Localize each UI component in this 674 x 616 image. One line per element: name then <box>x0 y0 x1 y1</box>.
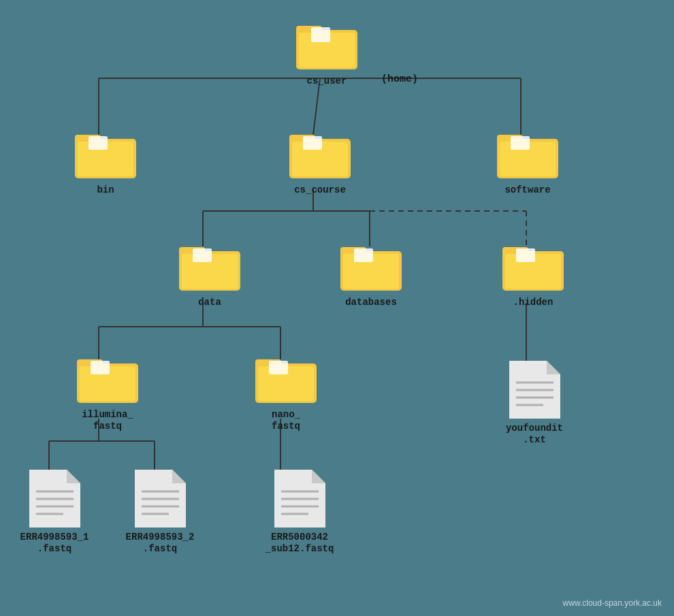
folder-icon-databases <box>340 242 402 293</box>
folder-icon-cs-user <box>296 20 357 71</box>
svg-marker-70 <box>547 361 560 374</box>
svg-rect-58 <box>516 248 535 262</box>
label-cs-course: cs_course <box>294 184 346 196</box>
label-err2: ERR4998593_2 .fastq <box>126 532 195 555</box>
node-nano-fastq: nano_ fastq <box>248 354 323 432</box>
node-cs-user: cs_user <box>289 20 364 87</box>
file-icon-youfoundit <box>509 361 560 419</box>
label-software: software <box>504 184 550 196</box>
folder-icon-bin <box>75 129 136 180</box>
file-icon-err1 <box>29 470 80 528</box>
node-cs-course: cs_course <box>283 129 357 196</box>
label-illumina-fastq: illumina_ fastq <box>82 409 133 432</box>
node-hidden: .hidden <box>496 242 571 308</box>
file-icon-err3 <box>274 470 325 528</box>
label-hidden: .hidden <box>513 297 553 308</box>
file-icon-err2 <box>135 470 186 528</box>
svg-rect-48 <box>193 248 212 262</box>
label-cs-user: cs_user <box>307 76 347 87</box>
folder-icon-illumina <box>77 354 138 405</box>
label-err3: ERR5000342 _sub12.fastq <box>266 532 334 555</box>
svg-rect-63 <box>91 361 110 374</box>
node-databases: databases <box>334 242 408 308</box>
svg-rect-33 <box>89 136 108 150</box>
label-databases: databases <box>345 297 397 308</box>
svg-rect-68 <box>269 361 288 374</box>
node-data: data <box>172 242 247 308</box>
folder-icon-software <box>497 129 558 180</box>
node-err3: ERR5000342 _sub12.fastq <box>255 470 344 555</box>
svg-marker-82 <box>172 470 186 483</box>
label-data: data <box>198 297 221 308</box>
label-err1: ERR4998593_1 .fastq <box>20 532 89 555</box>
folder-icon-nano <box>255 354 317 405</box>
node-illumina-fastq: illumina_ fastq <box>67 354 148 432</box>
node-software: software <box>490 129 565 196</box>
svg-marker-88 <box>312 470 325 483</box>
home-label: (home) <box>381 74 418 85</box>
node-err2: ERR4998593_2 .fastq <box>119 470 201 555</box>
folder-icon-cs-course <box>289 129 351 180</box>
svg-rect-43 <box>511 136 530 150</box>
diagram: cs_user (home) bin cs_course <box>0 0 674 616</box>
svg-rect-53 <box>354 248 373 262</box>
label-nano-fastq: nano_ fastq <box>272 409 300 432</box>
svg-marker-76 <box>67 470 80 483</box>
node-youfoundit: youfoundit .txt <box>500 361 568 446</box>
folder-icon-data <box>179 242 240 293</box>
node-bin: bin <box>68 129 143 196</box>
folder-icon-hidden <box>502 242 564 293</box>
label-youfoundit: youfoundit .txt <box>506 423 563 446</box>
watermark: www.cloud-span.york.ac.uk <box>563 598 662 608</box>
svg-rect-28 <box>311 27 330 42</box>
label-bin: bin <box>97 184 114 196</box>
node-err1: ERR4998593_1 .fastq <box>14 470 95 555</box>
svg-rect-38 <box>303 136 322 150</box>
